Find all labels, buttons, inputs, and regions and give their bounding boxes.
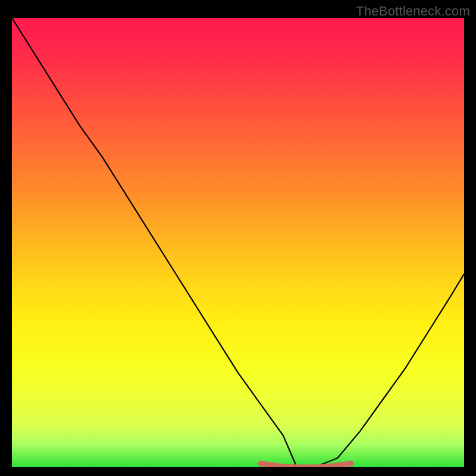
chart-container: TheBottleneck.com — [0, 0, 476, 476]
plot-area — [12, 18, 464, 467]
acceptable-range — [261, 464, 351, 467]
watermark-text: TheBottleneck.com — [356, 4, 470, 19]
bottleneck-curve — [12, 18, 464, 467]
curve-svg — [12, 18, 464, 467]
